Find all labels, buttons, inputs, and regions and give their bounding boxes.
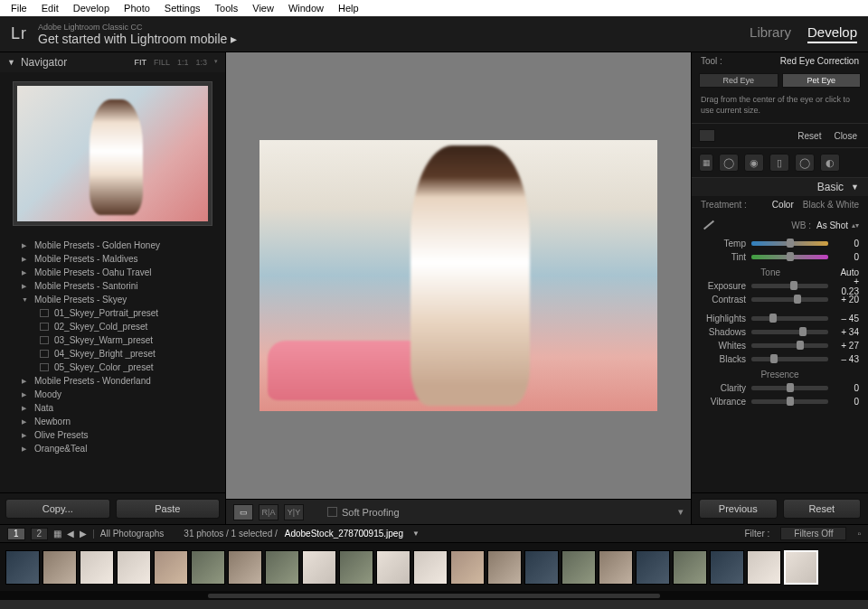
menu-edit[interactable]: Edit	[34, 1, 66, 15]
nav-prev-icon[interactable]: ◀	[67, 529, 74, 539]
filmstrip-thumb[interactable]	[376, 550, 410, 585]
slider-thumb-icon[interactable]	[797, 341, 804, 350]
slider-thumb-icon[interactable]	[787, 239, 794, 248]
eyedropper-icon[interactable]	[701, 217, 721, 233]
filmstrip-thumb[interactable]	[339, 550, 373, 585]
filmstrip-thumb[interactable]	[5, 550, 40, 585]
redeye-tool-icon[interactable]: ◉	[744, 154, 764, 172]
slider-value[interactable]: + 20	[834, 295, 859, 304]
menu-settings[interactable]: Settings	[157, 1, 208, 15]
filmstrip-thumb[interactable]	[450, 550, 485, 585]
slider-thumb-icon[interactable]	[799, 327, 807, 336]
contrast-slider[interactable]: Contrast+ 20	[692, 293, 868, 306]
slider-value[interactable]: 0	[834, 383, 859, 393]
tagline-link[interactable]: Get started with Lightroom mobile ▸	[38, 32, 237, 46]
treatment-bw[interactable]: Black & White	[803, 200, 859, 210]
vibrance-slider[interactable]: Vibrance0	[692, 395, 868, 408]
preset-folder[interactable]: ▶Moody	[0, 388, 225, 401]
filmstrip-scrollbar[interactable]	[0, 591, 868, 600]
slider-value[interactable]: + 34	[834, 327, 859, 337]
before-after-tb-icon[interactable]: Y|Y	[284, 504, 304, 520]
slider-thumb-icon[interactable]	[770, 354, 778, 363]
exposure-slider[interactable]: Exposure+ 0.23	[692, 279, 868, 293]
tint-value[interactable]: 0	[834, 252, 859, 262]
filmstrip-thumb[interactable]	[747, 550, 781, 585]
slider-value[interactable]: 0	[834, 397, 859, 407]
menu-window[interactable]: Window	[281, 1, 331, 15]
menu-develop[interactable]: Develop	[66, 1, 117, 15]
menu-photo[interactable]: Photo	[117, 1, 157, 15]
clarity-slider[interactable]: Clarity0	[692, 381, 868, 395]
graduated-filter-icon[interactable]: ▯	[769, 154, 789, 172]
chevron-down-icon[interactable]: ▼	[412, 529, 420, 538]
filmstrip-thumb[interactable]	[228, 550, 262, 585]
filmstrip-thumb[interactable]	[524, 550, 559, 585]
reset-button[interactable]: Reset	[783, 499, 862, 519]
navigator-preview[interactable]	[13, 81, 212, 226]
preset-item[interactable]: 01_Skyey_Portrait_preset	[0, 306, 225, 320]
zoom-1to3[interactable]: 1:3	[195, 58, 207, 67]
loupe-view-icon[interactable]: ▭	[233, 504, 253, 520]
paste-button[interactable]: Paste	[116, 499, 221, 519]
treatment-color[interactable]: Color	[772, 200, 794, 210]
preset-folder[interactable]: ▶Mobile Presets - Wonderland	[0, 374, 225, 388]
image-viewport[interactable]	[226, 52, 691, 499]
menu-tools[interactable]: Tools	[208, 1, 246, 15]
module-develop[interactable]: Develop	[807, 24, 857, 43]
preset-item[interactable]: 04_Skyey_Bright _preset	[0, 347, 225, 361]
monitor-1-button[interactable]: 1	[7, 528, 25, 540]
tool-close-button[interactable]: Close	[830, 131, 861, 141]
slider-thumb-icon[interactable]	[787, 383, 794, 392]
preset-folder-open[interactable]: ▼Mobile Presets - Skyey	[0, 293, 225, 306]
filmstrip-thumb[interactable]	[42, 550, 77, 585]
temp-value[interactable]: 0	[834, 239, 859, 248]
filmstrip-thumb[interactable]	[80, 550, 114, 585]
preset-folder[interactable]: ▶Mobile Presets - Maldives	[0, 252, 225, 266]
preset-item[interactable]: 03_Skyey_Warm_preset	[0, 333, 225, 347]
menu-file[interactable]: File	[4, 1, 34, 15]
filmstrip-thumb[interactable]	[599, 550, 633, 585]
soft-proofing-toggle[interactable]: Soft Proofing	[327, 507, 400, 518]
filmstrip-thumb[interactable]	[710, 550, 744, 585]
slider-thumb-icon[interactable]	[787, 397, 794, 406]
before-after-lr-icon[interactable]: R|A	[259, 504, 278, 520]
filmstrip-thumb[interactable]	[413, 550, 448, 585]
wb-value[interactable]: As Shot	[816, 220, 848, 230]
filmstrip-thumb[interactable]	[154, 550, 188, 585]
slider-value[interactable]: – 43	[834, 354, 859, 364]
whites-slider[interactable]: Whites+ 27	[692, 339, 868, 352]
temp-slider[interactable]: Temp 0	[692, 237, 868, 250]
preset-folder[interactable]: ▶Mobile Presets - Santorini	[0, 279, 225, 293]
slider-value[interactable]: – 45	[834, 314, 859, 323]
monitor-2-button[interactable]: 2	[31, 528, 49, 540]
menu-help[interactable]: Help	[331, 1, 366, 15]
slider-thumb-icon[interactable]	[769, 314, 777, 323]
filmstrip-thumb[interactable]	[561, 550, 596, 585]
tab-red-eye[interactable]: Red Eye	[699, 73, 778, 88]
chevron-down-icon[interactable]: ▾	[214, 58, 218, 67]
grid-view-icon[interactable]: ▦	[53, 529, 61, 539]
filter-dropdown[interactable]: Filters Off	[780, 527, 846, 540]
shadows-slider[interactable]: Shadows+ 34	[692, 325, 868, 339]
filmstrip-thumb[interactable]	[673, 550, 707, 585]
preset-folder[interactable]: ▶Newborn	[0, 415, 225, 428]
previous-button[interactable]: Previous	[699, 499, 778, 519]
slider-value[interactable]: + 27	[834, 341, 859, 351]
panel-switch-icon[interactable]	[699, 129, 715, 142]
zoom-fill[interactable]: FILL	[154, 58, 170, 67]
chevron-updown-icon[interactable]: ▴▾	[852, 221, 859, 230]
preset-item[interactable]: 02_Skyey_Cold_preset	[0, 320, 225, 333]
filmstrip-thumb[interactable]	[117, 550, 151, 585]
preset-folder[interactable]: ▶Mobile Presets - Golden Honey	[0, 239, 225, 252]
preset-folder[interactable]: ▶Nata	[0, 401, 225, 415]
preset-item[interactable]: 05_Skyey_Color _preset	[0, 361, 225, 374]
copy-button[interactable]: Copy...	[5, 499, 110, 519]
highlights-slider[interactable]: Highlights– 45	[692, 312, 868, 325]
slider-thumb-icon[interactable]	[787, 252, 794, 261]
basic-panel-header[interactable]: Basic ▼	[692, 178, 868, 196]
radial-filter-icon[interactable]: ◯	[795, 154, 815, 172]
tab-pet-eye[interactable]: Pet Eye	[782, 73, 862, 88]
tool-reset-button[interactable]: Reset	[794, 131, 825, 141]
zoom-1to1[interactable]: 1:1	[177, 58, 189, 67]
scrollbar-thumb[interactable]	[208, 594, 660, 598]
